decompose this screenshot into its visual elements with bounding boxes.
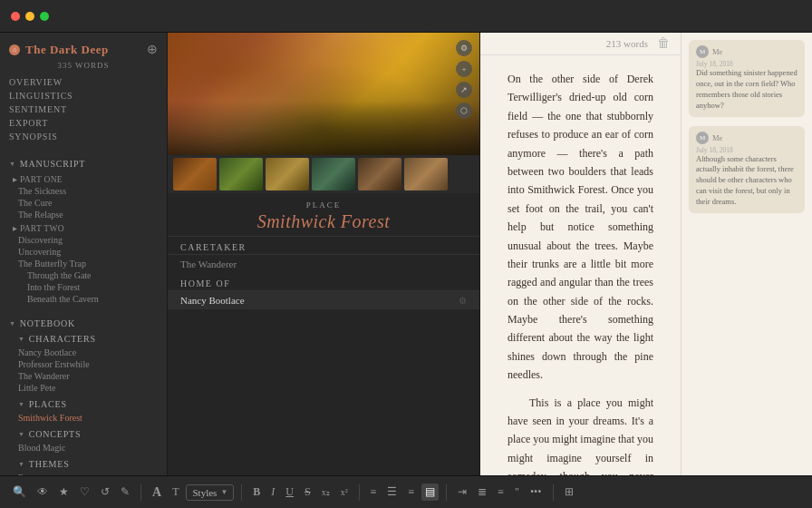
bold-button[interactable]: B (249, 484, 264, 501)
main-content: ⌂ The Dark Deep ⊕ 335 WORDS OVERVIEW LIN… (0, 33, 812, 475)
sidebar-item-into-forest[interactable]: Into the Forest (9, 281, 158, 293)
search-button[interactable]: 🔍 (9, 484, 30, 501)
editor-content[interactable]: On the other side of Derek Terwilliger's… (480, 55, 681, 475)
sidebar-item-linguistics[interactable]: LINGUISTICS (9, 89, 158, 103)
sidebar-item-professor[interactable]: Professor Erstwhile (9, 358, 158, 370)
notebook-label: NOTEBOOK (20, 318, 75, 328)
part-two-label: ▸ PART TWO (9, 220, 158, 234)
comment-1-text: Did something sinister happened once, ou… (696, 68, 798, 112)
gear-icon[interactable]: ⚙ (459, 296, 467, 306)
sidebar-item-wanderer[interactable]: The Wanderer (9, 370, 158, 382)
italic-button[interactable]: I (267, 484, 278, 501)
paragraph-1: On the other side of Derek Terwilliger's… (508, 70, 653, 385)
caretaker-value[interactable]: The Wanderer (168, 255, 479, 273)
toolbar-divider-2 (241, 484, 242, 501)
manuscript-header[interactable]: ▼ MANUSCRIPT (9, 156, 158, 171)
subscript-button[interactable]: x₂ (318, 485, 334, 499)
bottom-toolbar: 🔍 👁 ★ ♡ ↺ ✎ A T Styles ▼ B I U S x₂ x² ≡… (0, 475, 812, 508)
eye-button[interactable]: 👁 (34, 484, 52, 501)
comment-2-date: July 18, 2018 (696, 146, 798, 154)
sidebar-item-nancy[interactable]: Nancy Bootlace (9, 347, 158, 358)
underline-button[interactable]: U (282, 484, 297, 501)
center-panel: ⚙ + ↗ ⬡ PLACE Smithwick Forest CARETAK (168, 33, 480, 475)
notebook-header[interactable]: ▼ NOTEBOOK (9, 316, 158, 331)
quote-button[interactable]: " (511, 484, 523, 501)
sidebar-nav: OVERVIEW LINGUISTICS SENTIMENT EXPORT SY… (0, 75, 167, 147)
align-justify-button[interactable]: ▤ (421, 484, 439, 501)
sidebar-item-export[interactable]: EXPORT (9, 116, 158, 130)
type-t-button[interactable]: T (169, 484, 182, 501)
align-right-button[interactable]: ≡ (404, 484, 418, 501)
add-item-button[interactable]: ⊕ (147, 42, 158, 57)
sidebar-item-little-pete[interactable]: Little Pete (9, 382, 158, 394)
close-button[interactable] (11, 12, 20, 21)
minimize-button[interactable] (25, 12, 34, 21)
concepts-header[interactable]: ▼ CONCEPTS (9, 426, 158, 442)
sidebar-item-relapse[interactable]: The Relapse (9, 209, 158, 220)
themes-header[interactable]: ▼ THEMES (9, 456, 158, 472)
thumbnail-3[interactable] (266, 158, 309, 190)
pencil-button[interactable]: ✎ (117, 484, 133, 501)
styles-dropdown[interactable]: Styles ▼ (186, 484, 234, 501)
sidebar-actions: ⊕ (147, 42, 158, 57)
sidebar-item-sickness[interactable]: The Sickness (9, 185, 158, 197)
delete-button[interactable]: 🗑 (657, 36, 670, 51)
strikethrough-button[interactable]: S (301, 484, 314, 501)
align-left-button[interactable]: ≡ (367, 484, 381, 501)
sidebar-item-discovering[interactable]: Discovering (9, 234, 158, 246)
star-button[interactable]: ★ (55, 484, 72, 501)
home-of-value[interactable]: Nancy Bootlace ⚙ (168, 291, 479, 309)
comment-1: M Me July 18, 2018 Did something siniste… (689, 40, 805, 117)
home-of-header: HOME OF (168, 273, 479, 291)
more-button[interactable]: ••• (527, 484, 546, 501)
sidebar-item-smithwick[interactable]: Smithwick Forest (9, 412, 158, 424)
place-label: PLACE (177, 200, 470, 210)
sidebar-item-uncovering[interactable]: Uncovering (9, 246, 158, 258)
comments-panel: M Me July 18, 2018 Did something siniste… (681, 33, 812, 475)
align-center-button[interactable]: ☰ (383, 484, 401, 501)
list-button[interactable]: ≣ (474, 484, 490, 501)
sidebar-item-synopsis[interactable]: SYNOPSIS (9, 130, 158, 143)
sidebar: ⌂ The Dark Deep ⊕ 335 WORDS OVERVIEW LIN… (0, 33, 168, 475)
sidebar-item-through-gate[interactable]: Through the Gate (9, 269, 158, 281)
sidebar-item-blood-magic[interactable]: Blood Magic (9, 442, 158, 454)
image-add-btn[interactable]: + (456, 61, 472, 77)
toolbar-divider-3 (359, 484, 360, 501)
toolbar-divider-4 (446, 484, 447, 501)
image-settings-btn[interactable]: ⚙ (456, 40, 472, 56)
comment-1-name: Me (712, 47, 722, 56)
type-a-button[interactable]: A (149, 484, 165, 502)
thumbnail-4[interactable] (312, 158, 355, 190)
thumbnail-strip (168, 155, 479, 193)
part-one-label: ▸ PART ONE (9, 171, 158, 185)
triangle-icon: ▼ (9, 161, 16, 168)
characters-label: CHARACTERS (29, 334, 96, 344)
thumbnail-6[interactable] (404, 158, 448, 190)
maximize-button[interactable] (40, 12, 49, 21)
thumbnail-2[interactable] (219, 158, 263, 190)
place-hero-image: ⚙ + ↗ ⬡ (168, 33, 479, 155)
thumbnail-1[interactable] (173, 158, 217, 190)
characters-header[interactable]: ▼ CHARACTERS (9, 331, 158, 347)
sidebar-item-beneath-cavern[interactable]: Beneath the Cavern (9, 293, 158, 305)
image-link-btn[interactable]: ↗ (456, 82, 472, 98)
thumbnail-5[interactable] (358, 158, 401, 190)
places-header[interactable]: ▼ PLACES (9, 396, 158, 412)
special-button[interactable]: ⊞ (561, 484, 577, 501)
comment-2-author: M Me (696, 132, 798, 144)
list-ordered-button[interactable]: ≡ (494, 484, 508, 501)
avatar-2: M (696, 132, 709, 144)
home-icon[interactable]: ⌂ (9, 44, 20, 55)
sidebar-item-overview[interactable]: OVERVIEW (9, 75, 158, 89)
avatar-1: M (696, 45, 709, 58)
image-tag-btn[interactable]: ⬡ (456, 103, 472, 119)
sidebar-item-butterfly-trap[interactable]: The Butterfly Trap (9, 258, 158, 269)
superscript-button[interactable]: x² (337, 485, 352, 499)
indent-button[interactable]: ⇥ (454, 484, 470, 501)
styles-label: Styles (192, 487, 217, 498)
triangle-icon-3: ▼ (18, 336, 25, 343)
sidebar-item-cure[interactable]: The Cure (9, 197, 158, 209)
refresh-button[interactable]: ↺ (97, 484, 113, 501)
sidebar-item-sentiment[interactable]: SENTIMENT (9, 103, 158, 116)
heart-button[interactable]: ♡ (76, 484, 93, 501)
